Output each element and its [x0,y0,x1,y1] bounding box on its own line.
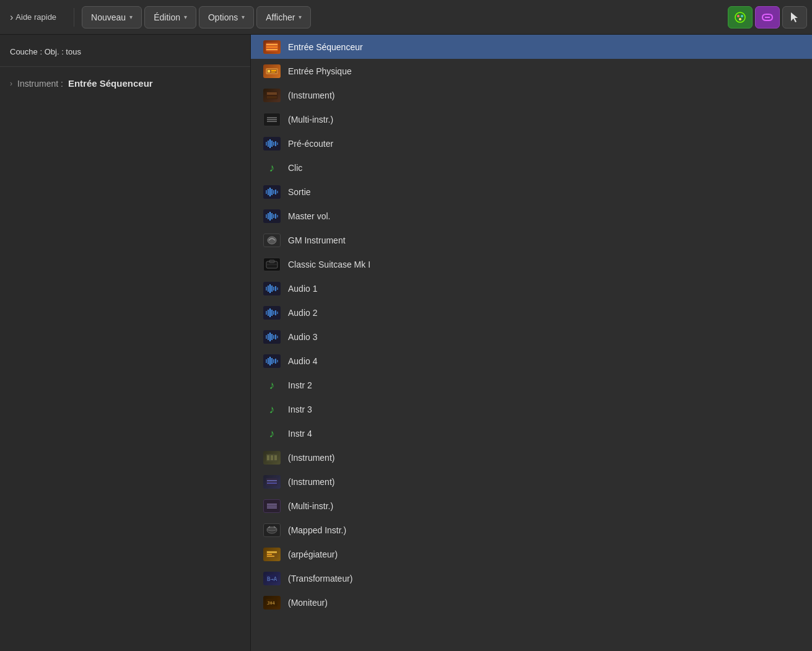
svg-rect-28 [268,189,269,195]
list-item[interactable]: (arpégiateur) [251,542,812,566]
list-item-icon-green_note: ♪ [263,161,281,175]
svg-rect-21 [268,141,269,147]
toolbar: › Aide rapide Nouveau ▾ Édition ▾ Option… [0,0,812,35]
svg-rect-32 [275,190,276,194]
list-item[interactable]: JH4 (Moniteur) [251,590,812,614]
list-item-label: Clic [288,163,302,173]
svg-rect-6 [266,44,277,45]
svg-rect-40 [277,215,278,217]
list-item[interactable]: (Instrument) [251,83,812,107]
svg-point-0 [735,12,745,22]
list-item-label: Pré-écouter [288,139,333,149]
link-icon-button[interactable] [755,6,780,28]
list-item[interactable]: Sortie [251,180,812,204]
svg-rect-68 [269,357,271,365]
list-item[interactable]: Entrée Physique [251,59,812,83]
list-item[interactable]: GM Instrument [251,228,812,252]
list-item-label: Audio 3 [288,332,317,342]
svg-rect-8 [266,49,277,50]
list-item[interactable]: Pré-écouter [251,131,812,155]
svg-rect-51 [277,287,278,290]
list-item[interactable]: (Instrument) [251,445,812,470]
svg-rect-34 [266,214,267,218]
list-item[interactable]: (Instrument) [251,470,812,494]
list-item[interactable]: Audio 1 [251,276,812,300]
svg-rect-71 [275,359,276,364]
list-item[interactable]: ♪ Instr 2 [251,373,812,397]
list-item[interactable]: Audio 2 [251,300,812,325]
list-item-label: (Multi-instr.) [288,501,333,511]
cursor-icon-button[interactable] [782,6,807,28]
afficher-chevron-icon: ▾ [299,14,302,20]
svg-rect-30 [271,189,273,195]
list-item[interactable]: (Multi-instr.) [251,107,812,131]
list-item-icon-audio [263,282,281,295]
edition-button[interactable]: Édition ▾ [144,6,196,28]
color-icon-button[interactable] [728,6,753,28]
list-item-icon-arp [263,548,281,561]
list-item-icon-instr_light [263,451,281,465]
svg-rect-29 [269,188,271,196]
options-button[interactable]: Options ▾ [199,6,254,28]
svg-rect-33 [277,191,278,193]
sidebar-expand-icon[interactable]: › [10,12,13,23]
sidebar-title: Aide rapide [15,12,56,22]
list-item-icon-audio [263,185,281,199]
svg-rect-39 [275,214,276,219]
list-item-icon-audio [263,137,281,151]
svg-rect-79 [267,483,277,484]
list-item-icon-green_note: ♪ [263,403,281,416]
edition-chevron-icon: ▾ [184,14,187,20]
svg-rect-46 [268,286,269,292]
instrument-list[interactable]: Entrée Séquenceur Entrée Physique (Instr… [251,35,812,651]
svg-rect-72 [277,360,278,362]
svg-rect-49 [273,287,274,291]
list-item[interactable]: Entrée Séquenceur [251,35,812,59]
list-item[interactable]: (Mapped Instr.) [251,518,812,542]
svg-rect-75 [271,455,273,460]
afficher-button[interactable]: Afficher ▾ [256,6,311,28]
svg-rect-66 [266,359,267,363]
list-item[interactable]: Audio 4 [251,349,812,373]
svg-rect-13 [271,72,275,72]
svg-point-1 [737,15,740,17]
list-item-icon-multi_light [263,499,281,513]
svg-rect-26 [277,142,278,145]
list-item-label: Audio 2 [288,308,317,318]
list-item-label: Entrée Séquenceur [288,42,363,52]
list-item-label: (arpégiateur) [288,549,338,559]
svg-rect-38 [273,214,274,218]
list-item-label: Sortie [288,187,311,197]
svg-rect-12 [271,70,276,71]
list-item-icon-green_note: ♪ [263,378,281,392]
list-item[interactable]: Master vol. [251,204,812,228]
svg-rect-35 [268,213,269,219]
list-item[interactable]: Classic Suitcase Mk I [251,252,812,276]
svg-rect-70 [273,359,274,363]
list-item[interactable]: ♪ Instr 4 [251,421,812,445]
svg-rect-52 [266,311,267,315]
list-item[interactable]: ♪ Instr 3 [251,397,812,421]
list-item-label: (Instrument) [288,453,334,463]
list-item[interactable]: Audio 3 [251,325,812,349]
list-item[interactable]: (Multi-instr.) [251,494,812,518]
nouveau-button[interactable]: Nouveau ▾ [82,6,142,28]
sidebar-instrument-expand-icon[interactable]: › [10,79,12,88]
svg-text:JH4: JH4 [267,601,275,606]
svg-rect-64 [275,334,276,339]
list-item-label: Entrée Physique [288,66,352,76]
svg-rect-56 [273,311,274,315]
svg-rect-45 [266,287,267,291]
list-item[interactable]: B→A (Transformateur) [251,566,812,590]
list-item-label: Classic Suitcase Mk I [288,260,370,269]
main-layout: Couche : Obj. : tous › Instrument : Entr… [0,35,812,651]
list-item[interactable]: ♪ Clic [251,155,812,180]
list-item-icon-audio [263,209,281,223]
list-item-label: Instr 4 [288,429,312,439]
list-item-icon-gm [263,234,281,247]
list-item-icon-transform: B→A [263,572,281,585]
svg-rect-88 [267,551,277,553]
svg-rect-20 [266,142,267,146]
list-item-label: Instr 2 [288,380,312,390]
link-icon [761,13,774,22]
